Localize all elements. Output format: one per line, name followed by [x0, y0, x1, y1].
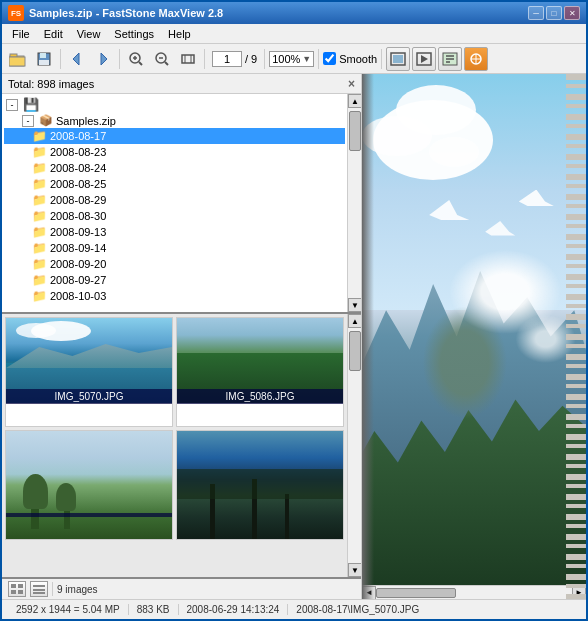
content-area: Total: 898 images × - 💾 - 📦 — [2, 74, 586, 599]
left-panel: Total: 898 images × - 💾 - 📦 — [2, 74, 362, 599]
fullscreen-button[interactable] — [386, 47, 410, 71]
image-scrollbar-h[interactable]: ◄ ► — [362, 585, 586, 599]
thumb-content: IMG_5070.JPG IMG_5086.JPG — [2, 314, 361, 577]
main-image: ◄ ► — [362, 74, 586, 599]
svg-rect-4 — [40, 53, 46, 58]
tools-button[interactable] — [464, 47, 488, 71]
cloud-3 — [362, 116, 432, 156]
thumbnail-2[interactable] — [5, 430, 173, 540]
thumb-label-0: IMG_5070.JPG — [6, 389, 172, 404]
folder-icon-5: 📁 — [32, 209, 47, 223]
thumb-scroll-thumb[interactable] — [349, 331, 361, 371]
svg-rect-33 — [33, 585, 45, 587]
tree-zip-item[interactable]: - 📦 Samples.zip — [4, 113, 345, 128]
tree-folder-7[interactable]: 📁 2008-09-14 — [4, 240, 345, 256]
folder-icon-2: 📁 — [32, 161, 47, 175]
fit-button[interactable] — [176, 47, 200, 71]
thumb-scrollbar[interactable]: ▲ ▼ — [347, 314, 361, 577]
menu-file[interactable]: File — [6, 27, 36, 41]
thumb-label-3 — [177, 513, 343, 517]
nav-display: 1 / 9 — [212, 51, 257, 67]
svg-marker-6 — [73, 53, 79, 65]
tree-folder-8[interactable]: 📁 2008-09-20 — [4, 256, 345, 272]
edit-button[interactable] — [438, 47, 462, 71]
tree-scrollbar[interactable]: ▲ ▼ — [347, 94, 361, 312]
tree-scroll-down[interactable]: ▼ — [348, 298, 361, 312]
svg-rect-29 — [11, 584, 16, 588]
svg-marker-7 — [101, 53, 107, 65]
tree-folder-0[interactable]: 📁 2008-08-17 — [4, 128, 345, 144]
folder-name-2: 2008-08-24 — [50, 162, 106, 174]
tree-scroll-up[interactable]: ▲ — [348, 94, 361, 108]
folder-name-3: 2008-08-25 — [50, 178, 106, 190]
zoom-dropdown-arrow: ▼ — [302, 54, 311, 64]
zoom-out-button[interactable] — [150, 47, 174, 71]
folder-icon-1: 📁 — [32, 145, 47, 159]
current-page[interactable]: 1 — [212, 51, 242, 67]
folder-name-9: 2008-09-27 — [50, 274, 106, 286]
main-image-panel: ◄ ► — [362, 74, 586, 599]
thumbnail-0[interactable]: IMG_5070.JPG — [5, 317, 173, 427]
folder-name-1: 2008-08-23 — [50, 146, 106, 158]
tree-header: Total: 898 images × — [2, 74, 361, 94]
folder-icon-4: 📁 — [32, 193, 47, 207]
tree-folder-1[interactable]: 📁 2008-08-23 — [4, 144, 345, 160]
thumb-statusbar: 9 images — [2, 577, 361, 599]
thumb-scroll-down[interactable]: ▼ — [348, 563, 361, 577]
separator-4 — [264, 49, 265, 69]
minimize-button[interactable]: ─ — [528, 6, 544, 20]
menu-settings[interactable]: Settings — [108, 27, 160, 41]
separator-2 — [119, 49, 120, 69]
tree-folder-4[interactable]: 📁 2008-08-29 — [4, 192, 345, 208]
svg-rect-2 — [9, 57, 25, 66]
save-button[interactable] — [32, 47, 56, 71]
smooth-checkbox[interactable] — [323, 52, 336, 65]
smooth-option[interactable]: Smooth — [323, 52, 377, 65]
tree-root-disk[interactable]: - 💾 — [4, 96, 345, 113]
thumb-view-grid[interactable] — [8, 581, 26, 597]
zoom-in-button[interactable] — [124, 47, 148, 71]
open-button[interactable] — [6, 47, 30, 71]
img-scroll-left[interactable]: ◄ — [362, 586, 376, 600]
tree-inner[interactable]: - 💾 - 📦 Samples.zip 📁 2008-08-17 — [2, 94, 347, 312]
back-button[interactable] — [65, 47, 89, 71]
menu-edit[interactable]: Edit — [38, 27, 69, 41]
tree-folder-10[interactable]: 📁 2008-10-03 — [4, 288, 345, 304]
thumb-scroll-up[interactable]: ▲ — [348, 314, 361, 328]
maximize-button[interactable]: □ — [546, 6, 562, 20]
svg-rect-32 — [18, 590, 23, 594]
folder-icon-0: 📁 — [32, 129, 47, 143]
tree-folder-5[interactable]: 📁 2008-08-30 — [4, 208, 345, 224]
mountain-scene-bg — [362, 74, 586, 599]
img-scroll-thumb[interactable] — [376, 588, 456, 598]
tree-folder-9[interactable]: 📁 2008-09-27 — [4, 272, 345, 288]
menu-help[interactable]: Help — [162, 27, 197, 41]
scene-trees — [177, 431, 343, 516]
zoom-dropdown[interactable]: 100% ▼ — [269, 51, 314, 67]
titlebar: FS Samples.zip - FastStone MaxView 2.8 ─… — [2, 2, 586, 24]
separator-3 — [204, 49, 205, 69]
menu-view[interactable]: View — [71, 27, 107, 41]
svg-rect-5 — [39, 60, 49, 65]
thumbnail-3[interactable] — [176, 430, 344, 540]
tree-close-button[interactable]: × — [348, 77, 355, 91]
forward-button[interactable] — [91, 47, 115, 71]
svg-rect-15 — [182, 55, 194, 63]
tree-folder-2[interactable]: 📁 2008-08-24 — [4, 160, 345, 176]
thumbnail-1[interactable]: IMG_5086.JPG — [176, 317, 344, 427]
folder-icon-3: 📁 — [32, 177, 47, 191]
tree-image-count: Total: 898 images — [8, 78, 94, 90]
tree-expand-root[interactable]: - — [6, 99, 18, 111]
smooth-label: Smooth — [339, 53, 377, 65]
tree-top-1 — [23, 474, 48, 509]
folder-name-0: 2008-08-17 — [50, 130, 106, 142]
tree-folder-3[interactable]: 📁 2008-08-25 — [4, 176, 345, 192]
thumb-view-list[interactable] — [30, 581, 48, 597]
tree-folder-6[interactable]: 📁 2008-09-13 — [4, 224, 345, 240]
separator-6 — [381, 49, 382, 69]
slideshow-button[interactable] — [412, 47, 436, 71]
tree-expand-zip[interactable]: - — [22, 115, 34, 127]
close-button[interactable]: ✕ — [564, 6, 580, 20]
tree-scroll-thumb[interactable] — [349, 111, 361, 151]
svg-rect-19 — [393, 55, 403, 63]
